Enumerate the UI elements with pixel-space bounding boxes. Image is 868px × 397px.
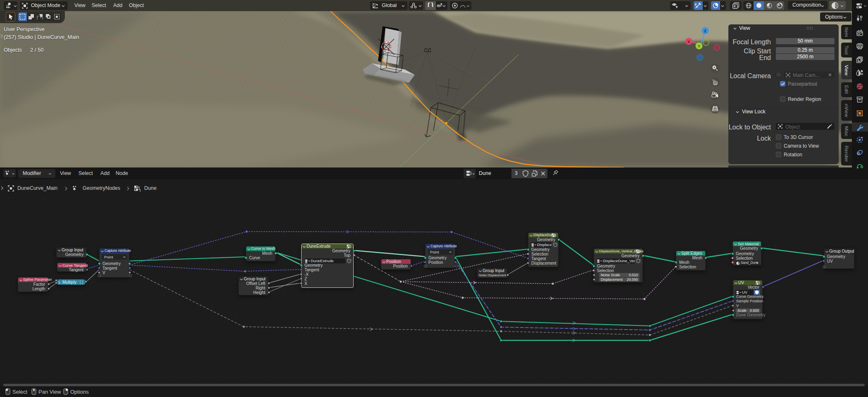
svg-text:3: 3 <box>139 189 141 192</box>
